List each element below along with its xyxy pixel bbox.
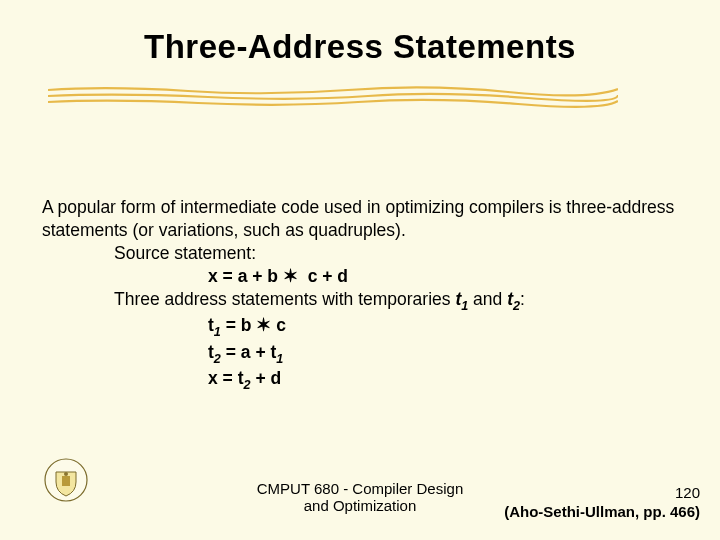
equation-1: t1 = b ✶ c: [42, 314, 682, 340]
equation-3: x = t2 + d: [42, 367, 682, 393]
footer-right: 120 (Aho-Sethi-Ullman, pp. 466): [504, 484, 700, 520]
source-equation: x = a + b ✶ c + d: [42, 265, 682, 288]
body-content: A popular form of intermediate code used…: [42, 196, 682, 393]
university-crest-icon: [44, 458, 88, 502]
equation-2: t2 = a + t1: [42, 341, 682, 367]
svg-rect-1: [62, 476, 70, 486]
citation: (Aho-Sethi-Ullman, pp. 466): [504, 503, 700, 520]
slide-title: Three-Address Statements: [0, 0, 720, 66]
svg-point-2: [64, 472, 68, 476]
footer-course: CMPUT 680 - Compiler Design and Optimiza…: [257, 480, 463, 514]
page-number: 120: [504, 484, 700, 503]
temporaries-intro: Three address statements with temporarie…: [42, 288, 682, 314]
title-underline: [48, 84, 618, 108]
source-label: Source statement:: [42, 242, 682, 265]
intro-text: A popular form of intermediate code used…: [42, 196, 682, 242]
